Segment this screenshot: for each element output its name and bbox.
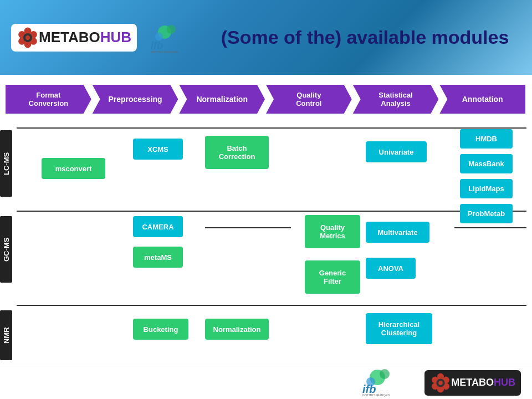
metabohub-logo: METABOHUB (11, 24, 137, 52)
svg-text:INSTITUT FRANÇAIS: INSTITUT FRANÇAIS (151, 50, 178, 54)
lcms-label: LC-MS (0, 130, 12, 197)
footer-ifb-logo: ifb INSTITUT FRANÇAIS (358, 366, 413, 399)
svg-text:INSTITUT FRANÇAIS: INSTITUT FRANÇAIS (362, 393, 390, 397)
footer-ifb-icon: ifb INSTITUT FRANÇAIS (358, 366, 413, 397)
multivariate-box[interactable]: Multivariate (366, 222, 429, 243)
footer-metabohub: METABOHUB (424, 370, 521, 396)
normalization-nmr-box[interactable]: Normalization (205, 319, 269, 340)
svg-point-25 (439, 381, 443, 385)
camera-box[interactable]: CAMERA (133, 216, 183, 237)
pipeline-step-format: FormatConversion (6, 85, 91, 114)
lipidmaps-box[interactable]: LipidMaps (460, 179, 513, 198)
svg-point-14 (380, 369, 390, 379)
brand-text: METABOHUB (39, 29, 131, 46)
lcms-top-line (17, 127, 526, 129)
gcms-top-line (17, 211, 526, 212)
metams-box[interactable]: metaMS (133, 247, 183, 268)
ifb-icon: ifb INSTITUT FRANÇAIS (148, 21, 198, 54)
pipeline-step-stats: StatisticalAnalysis (353, 85, 439, 114)
massbank-box[interactable]: MassBank (460, 154, 513, 173)
footer: ifb INSTITUT FRANÇAIS METABOHUB (0, 366, 532, 399)
pipeline-step-normal: Normalization (179, 85, 265, 114)
gcms-bottom-line (17, 305, 526, 306)
gcms-label: GC-MS (0, 216, 12, 283)
svg-point-7 (25, 35, 30, 40)
pipeline-row: FormatConversion Preprocessing Normaliza… (6, 85, 526, 114)
pipeline-step-preproc: Preprocessing (93, 85, 178, 114)
pipeline-step-annot: Annotation (439, 85, 525, 114)
hierarchical-clustering-box[interactable]: HierarchicalClustering (366, 313, 432, 344)
footer-brand: METABOHUB (451, 377, 515, 388)
generic-filter-box[interactable]: GenericFilter (305, 260, 360, 294)
pipeline-step-quality: QualityControl (266, 85, 352, 114)
quality-metrics-box[interactable]: QualityMetrics (305, 215, 360, 248)
flower-icon (17, 27, 39, 49)
bucketing-box[interactable]: Bucketing (133, 319, 188, 340)
svg-text:ifb: ifb (151, 40, 163, 51)
ifb-logo: ifb INSTITUT FRANÇAIS (148, 21, 198, 54)
batch-correction-box[interactable]: BatchCorrection (205, 136, 269, 169)
annot-h-line (454, 227, 526, 228)
anova-box[interactable]: ANOVA (366, 258, 416, 279)
msconvert-box[interactable]: msconvert (42, 158, 105, 179)
svg-point-9 (167, 25, 176, 34)
univariate-box[interactable]: Univariate (366, 141, 427, 162)
mid-h-line (205, 227, 291, 228)
hmdb-box[interactable]: HMDB (460, 129, 513, 149)
svg-point-10 (155, 33, 163, 40)
main-content: LC-MS GC-MS NMR BatchCorrection msconver… (0, 114, 532, 385)
probmetab-box[interactable]: ProbMetab (460, 204, 513, 223)
header: METABOHUB ifb INSTITUT FRANÇAIS (Some of… (0, 0, 532, 75)
page-title: (Some of the) available modules (209, 27, 521, 48)
nmr-label: NMR (0, 310, 12, 360)
footer-flower-icon (430, 372, 451, 393)
xcms-box[interactable]: XCMS (133, 139, 183, 160)
